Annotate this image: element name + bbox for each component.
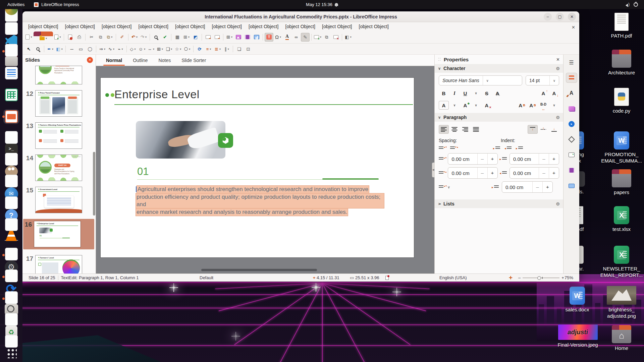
line-spacing-icon[interactable] xyxy=(439,185,445,189)
zoom-slider-track[interactable] xyxy=(523,278,559,278)
highlight-color-button[interactable]: A xyxy=(460,101,470,110)
highlight-dropdown[interactable]: ∨ xyxy=(471,101,481,110)
desktop-icon-brightness-png[interactable]: brightness_ adjusted.png xyxy=(603,286,640,319)
increment-button[interactable]: + xyxy=(487,168,497,178)
sidebar-menu-icon[interactable]: ☰ xyxy=(566,57,577,67)
superscript-button[interactable]: AB xyxy=(517,101,527,110)
menu-item[interactable]: [object Object] xyxy=(209,23,245,30)
decrement-button[interactable]: – xyxy=(532,182,542,192)
align-justify-button[interactable] xyxy=(471,125,481,134)
shadow[interactable]: ❏ xyxy=(235,45,244,53)
duplicate-slide[interactable]: ⧉ xyxy=(322,33,331,42)
slide-thumbnail-14[interactable]: 14 YOUR LOGO PART 04 Strategies and Reco… xyxy=(24,155,91,181)
text-language[interactable]: English (USA) xyxy=(437,275,470,280)
slide-16-canvas[interactable]: Enterprise Level 01 Agricultural enterpr… xyxy=(100,77,414,258)
sidebar-tab-navigator[interactable] xyxy=(566,119,577,129)
menu-item[interactable]: [object Object] xyxy=(99,23,135,30)
stars-and-banners[interactable]: ☆ xyxy=(174,45,182,53)
spacing-below-field[interactable]: 0.00 cm –+ xyxy=(448,167,497,179)
increment-button[interactable]: + xyxy=(542,182,552,192)
slide-thumbnail-16-selected[interactable]: 16 Enterprise Level 01 xyxy=(23,219,94,249)
insert-line[interactable]: ─ xyxy=(67,45,76,53)
desktop-icon-path-pdf[interactable]: PATH.pdf xyxy=(603,13,640,39)
align-left-button[interactable] xyxy=(439,125,449,134)
slide-thumbnail-13[interactable]: 13 Factors Affecting Future Price Fluctu… xyxy=(24,122,91,149)
dock-libreoffice-writer[interactable] xyxy=(3,66,19,80)
slide-thumbnail-15[interactable]: 15 Government Level xyxy=(24,187,91,213)
dock-gimp[interactable] xyxy=(3,153,19,168)
select[interactable]: ↖ xyxy=(24,45,33,53)
dock-terminal[interactable] xyxy=(3,131,19,146)
snap-to-grid[interactable]: ⊞ xyxy=(182,33,191,42)
dock-libreoffice-calc[interactable] xyxy=(3,87,19,102)
font-color-dropdown[interactable]: ∨ xyxy=(449,101,460,110)
increase-paragraph-spacing-icon[interactable] xyxy=(439,146,445,150)
open[interactable] xyxy=(34,34,53,43)
chevron-down-icon[interactable]: ∨ xyxy=(549,76,559,85)
insert-chart[interactable] xyxy=(252,33,261,42)
sidebar-tab-shapes[interactable] xyxy=(566,134,577,144)
find-and-replace[interactable] xyxy=(152,33,160,42)
hyperlink[interactable]: ∞ xyxy=(292,33,301,42)
redo[interactable]: ↷ xyxy=(139,33,148,42)
subscript-button[interactable]: AB xyxy=(528,101,538,110)
slides-panel-close-icon[interactable]: ✕ xyxy=(87,57,93,63)
body-text[interactable]: Agricultural enterprises should strength… xyxy=(136,186,384,216)
fit-slide-icon[interactable]: ✛ xyxy=(509,275,513,280)
sidebar-tab-properties[interactable] xyxy=(566,73,577,83)
dock-libreoffice-impress[interactable] xyxy=(3,109,19,124)
rotate[interactable]: ⟳ xyxy=(195,45,204,53)
slide-number-label[interactable]: 01 xyxy=(137,166,149,178)
desktop-icon-final-version[interactable]: adjusti Final-Version.jpeg xyxy=(552,324,604,348)
undo[interactable]: ↶ xyxy=(130,33,139,42)
sidebar-tab-master-slides[interactable] xyxy=(566,181,577,191)
clone-formatting[interactable]: ✐ xyxy=(118,33,126,42)
lists-section-header[interactable]: ∨ Lists ⚙ xyxy=(435,199,563,208)
distribution[interactable]: ∥ xyxy=(222,45,231,53)
indent-before-field[interactable]: 0.00 cm –+ xyxy=(509,153,559,165)
properties-close-icon[interactable]: ✕ xyxy=(556,57,560,62)
slide-thumbnail-11[interactable]: PART 03 Future Trends in International A… xyxy=(24,66,91,84)
align-top-button[interactable] xyxy=(528,125,538,134)
paragraph-section-header[interactable]: ∨ Paragraph ⚙ xyxy=(435,113,563,122)
minimize-button[interactable]: – xyxy=(544,13,552,21)
chevron-down-icon[interactable]: ∨ xyxy=(447,185,450,189)
align-vcenter-button[interactable] xyxy=(538,125,548,134)
cut[interactable]: ✂ xyxy=(87,33,96,42)
increment-button[interactable]: + xyxy=(549,168,559,178)
clear-formatting-button[interactable]: A xyxy=(482,101,492,110)
decrement-button[interactable]: – xyxy=(477,154,487,164)
arrange[interactable]: ≣ xyxy=(213,45,222,53)
new-document[interactable] xyxy=(24,33,33,42)
activities-button[interactable]: Activities xyxy=(7,2,24,7)
zoom-slider[interactable]: – + xyxy=(518,275,564,280)
paste[interactable]: ⧉ xyxy=(105,33,114,42)
dock-vscode[interactable] xyxy=(3,22,19,37)
connectors[interactable]: ⌁ xyxy=(116,45,125,53)
insert-media[interactable] xyxy=(243,33,252,42)
panel-grip-icon[interactable]: ⁚⁚ xyxy=(438,57,441,62)
block-arrows[interactable]: ⇔ xyxy=(147,45,155,53)
basic-shapes[interactable]: ◇ xyxy=(128,45,137,53)
view-tab[interactable]: Normal xyxy=(101,55,127,66)
desktop-icon-code-py[interactable]: code.py xyxy=(603,88,640,114)
character-spacing-button[interactable]: B-D xyxy=(538,101,548,110)
align-right-button[interactable] xyxy=(460,125,470,134)
slide-thumbnail-17[interactable]: 17 Farmers' Level xyxy=(24,255,91,274)
slide-title[interactable]: Enterprise Level xyxy=(114,88,200,101)
clock[interactable]: May 12 15:36 xyxy=(306,2,332,7)
font-name-combo[interactable]: Source Han Sans ∨ xyxy=(439,75,522,85)
print[interactable]: ⎙ xyxy=(75,33,84,42)
symbol-shapes[interactable]: ☺ xyxy=(138,45,146,53)
menu-item[interactable]: [object Object] xyxy=(246,23,282,30)
view-tab[interactable]: Outline xyxy=(128,55,152,66)
character-section-header[interactable]: ∨ Character ⚙ xyxy=(435,64,563,73)
new-slide[interactable] xyxy=(313,33,322,42)
delete-slide[interactable] xyxy=(331,33,340,42)
desktop-icon-sales-docx[interactable]: W sales.docx xyxy=(559,287,596,313)
3d-objects[interactable]: ⎔ xyxy=(183,45,192,53)
dock-help[interactable] xyxy=(3,196,19,211)
insert-text-box[interactable] xyxy=(265,33,273,42)
decrement-button[interactable]: – xyxy=(539,168,549,178)
desktop-icon-test-xlsx[interactable]: X test.xlsx xyxy=(603,206,640,233)
